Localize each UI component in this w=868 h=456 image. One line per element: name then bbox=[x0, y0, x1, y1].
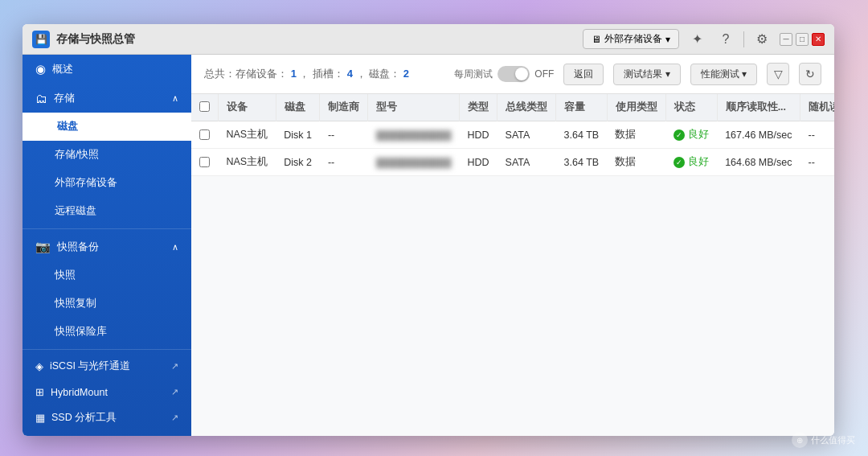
sidebar-bottom: ◈ iSCSI 与光纤通道 ↗ ⊞ HybridMount ↗ ▦ SSD 分析… bbox=[23, 346, 191, 436]
sidebar-item-storage[interactable]: 🗂 存储 ∧ bbox=[23, 84, 191, 113]
table-row: NAS主机 Disk 2 -- ████████████ HDD SATA 3.… bbox=[191, 149, 834, 176]
external-storage-button[interactable]: 🖥 外部存储设备 ▾ bbox=[583, 29, 679, 49]
notification-icon-btn[interactable]: ✦ bbox=[686, 28, 708, 51]
disk-table: 设备 磁盘 制造商 型号 类型 总线类型 容量 使用类型 状态 顺序读取性...… bbox=[191, 94, 834, 176]
sidebar-item-disk[interactable]: 磁盘 bbox=[23, 113, 191, 141]
status-dot: ✓ bbox=[674, 129, 685, 141]
filter-button[interactable]: ▽ bbox=[767, 63, 789, 85]
sidebar-item-remote-disk[interactable]: 远程磁盘 bbox=[23, 197, 191, 225]
select-all-checkbox[interactable] bbox=[199, 101, 210, 112]
cell-device: NAS主机 bbox=[219, 149, 276, 176]
main-panel: 总共：存储设备： 1 ， 插槽： 4 ， 磁盘： 2 每周测试 OFF 返回 bbox=[191, 55, 834, 436]
disk-text-label: ， bbox=[356, 68, 366, 80]
col-model: 型号 bbox=[368, 94, 460, 121]
snapshot-icon: 📷 bbox=[35, 240, 51, 254]
col-seq-read: 顺序读取性... bbox=[717, 94, 800, 121]
help-icon-btn[interactable]: ? bbox=[714, 28, 737, 51]
sidebar-item-snapshot-vault[interactable]: 快照保险库 bbox=[23, 318, 191, 346]
cell-model: ████████████ bbox=[368, 121, 460, 149]
bench-toggle[interactable] bbox=[497, 66, 530, 82]
title-bar-left: 💾 存储与快照总管 bbox=[32, 31, 135, 48]
slot-text-label: 插槽： bbox=[313, 68, 344, 80]
window-controls: ─ □ ✕ bbox=[780, 33, 825, 46]
close-button[interactable]: ✕ bbox=[812, 33, 825, 46]
sidebar-item-iscsi[interactable]: ◈ iSCSI 与光纤通道 ↗ bbox=[23, 353, 191, 380]
model-blurred: ████████████ bbox=[376, 158, 452, 167]
sidebar-item-snapshot[interactable]: 快照 bbox=[23, 261, 191, 290]
sidebar-item-label: 概述 bbox=[52, 62, 73, 76]
off-label: OFF bbox=[534, 68, 554, 80]
col-status: 状态 bbox=[665, 94, 717, 121]
cell-capacity: 3.64 TB bbox=[556, 121, 608, 149]
row1-checkbox[interactable] bbox=[199, 129, 210, 140]
sidebar-item-label: 快照备份 bbox=[57, 240, 99, 254]
overview-icon: ◉ bbox=[35, 62, 46, 76]
iscsi-icon: ◈ bbox=[35, 360, 43, 372]
external-link-icon: ↗ bbox=[171, 387, 178, 397]
cell-seq-read: 164.68 MB/sec bbox=[717, 149, 800, 176]
col-manufacturer: 制造商 bbox=[320, 94, 368, 121]
col-capacity: 容量 bbox=[556, 94, 608, 121]
sidebar-item-label: 快照复制 bbox=[55, 297, 96, 310]
sidebar-item-label: 存储/快照 bbox=[55, 148, 99, 162]
row2-checkbox[interactable] bbox=[199, 157, 210, 167]
test-result-button[interactable]: 测试结果 ▾ bbox=[613, 64, 680, 85]
sidebar-item-snapshot-storage[interactable]: 存储/快照 bbox=[23, 141, 191, 169]
sidebar-item-label: iSCSI 与光纤通道 bbox=[50, 359, 130, 373]
maximize-button[interactable]: □ bbox=[796, 33, 809, 46]
title-bar-right: 🖥 外部存储设备 ▾ ✦ ? ⚙ ─ □ ✕ bbox=[583, 28, 825, 51]
sidebar-item-label: HybridMount bbox=[51, 387, 108, 398]
cell-rand-read: -- bbox=[800, 149, 834, 176]
sidebar-item-ssd[interactable]: ▦ SSD 分析工具 ↗ bbox=[23, 405, 191, 431]
status-good: ✓ 良好 bbox=[674, 128, 709, 142]
toolbar: 总共：存储设备： 1 ， 插槽： 4 ， 磁盘： 2 每周测试 OFF 返回 bbox=[191, 55, 834, 94]
cell-type: HDD bbox=[459, 121, 497, 149]
hybridmount-icon: ⊞ bbox=[35, 386, 44, 398]
settings-icon-btn[interactable]: ⚙ bbox=[751, 28, 773, 51]
cell-checkbox bbox=[191, 149, 219, 176]
table-header-row: 设备 磁盘 制造商 型号 类型 总线类型 容量 使用类型 状态 顺序读取性...… bbox=[191, 94, 834, 121]
slot-label: ， bbox=[299, 68, 309, 80]
chevron-up-icon: ∧ bbox=[172, 242, 178, 253]
watermark-text: 什么值得买 bbox=[811, 434, 855, 446]
table-row: NAS主机 Disk 1 -- ████████████ HDD SATA 3.… bbox=[191, 121, 834, 149]
slot-count: 4 bbox=[347, 68, 353, 80]
title-divider bbox=[743, 31, 744, 47]
monitor-icon: 🖥 bbox=[592, 34, 601, 45]
sidebar-item-overview[interactable]: ◉ 概述 bbox=[23, 55, 191, 84]
cell-status: ✓ 良好 bbox=[665, 149, 717, 176]
col-bus-type: 总线类型 bbox=[497, 94, 556, 121]
disk-count: 2 bbox=[403, 68, 409, 80]
sidebar-item-vjbod[interactable]: ▣ VJBOD Cloud ↗ bbox=[23, 431, 191, 436]
col-checkbox bbox=[191, 94, 219, 121]
minimize-button[interactable]: ─ bbox=[780, 33, 792, 46]
summary-label: 总共：存储设备： bbox=[204, 68, 288, 80]
bench-toggle-group: 每周测试 OFF bbox=[454, 66, 554, 82]
sidebar-item-hybridmount[interactable]: ⊞ HybridMount ↗ bbox=[23, 380, 191, 405]
cell-bus: SATA bbox=[497, 149, 556, 176]
cell-disk: Disk 1 bbox=[276, 121, 320, 149]
status-dot: ✓ bbox=[674, 157, 685, 168]
sidebar-item-label: SSD 分析工具 bbox=[51, 411, 117, 425]
cell-manufacturer: -- bbox=[320, 121, 368, 149]
perf-test-button[interactable]: 性能测试 ▾ bbox=[690, 64, 757, 85]
ssd-icon: ▦ bbox=[35, 412, 45, 424]
storage-count: 1 bbox=[291, 68, 297, 80]
watermark: ⊕ 什么值得买 bbox=[792, 432, 855, 448]
window-body: ◉ 概述 🗂 存储 ∧ 磁盘 存储/快照 外部存储设备 远程磁盘 📷 bbox=[23, 55, 834, 436]
table-body: NAS主机 Disk 1 -- ████████████ HDD SATA 3.… bbox=[191, 121, 834, 176]
sidebar-item-external-storage[interactable]: 外部存储设备 bbox=[23, 169, 191, 197]
sidebar-item-label: 快照保险库 bbox=[55, 325, 107, 339]
sidebar-item-snapshot-copy[interactable]: 快照复制 bbox=[23, 290, 191, 318]
sidebar-item-snapshot-backup[interactable]: 📷 快照备份 ∧ bbox=[23, 232, 191, 261]
sidebar: ◉ 概述 🗂 存储 ∧ 磁盘 存储/快照 外部存储设备 远程磁盘 📷 bbox=[23, 55, 191, 436]
cell-seq-read: 167.46 MB/sec bbox=[717, 121, 800, 149]
sidebar-item-label: 存储 bbox=[54, 91, 75, 105]
back-button[interactable]: 返回 bbox=[563, 64, 604, 85]
cell-rand-read: -- bbox=[800, 121, 834, 149]
disk-table-container: 设备 磁盘 制造商 型号 类型 总线类型 容量 使用类型 状态 顺序读取性...… bbox=[191, 94, 834, 436]
sidebar-item-label: 远程磁盘 bbox=[55, 204, 96, 218]
cell-disk: Disk 2 bbox=[276, 149, 320, 176]
watermark-icon: ⊕ bbox=[792, 432, 808, 448]
refresh-button[interactable]: ↻ bbox=[799, 63, 821, 85]
